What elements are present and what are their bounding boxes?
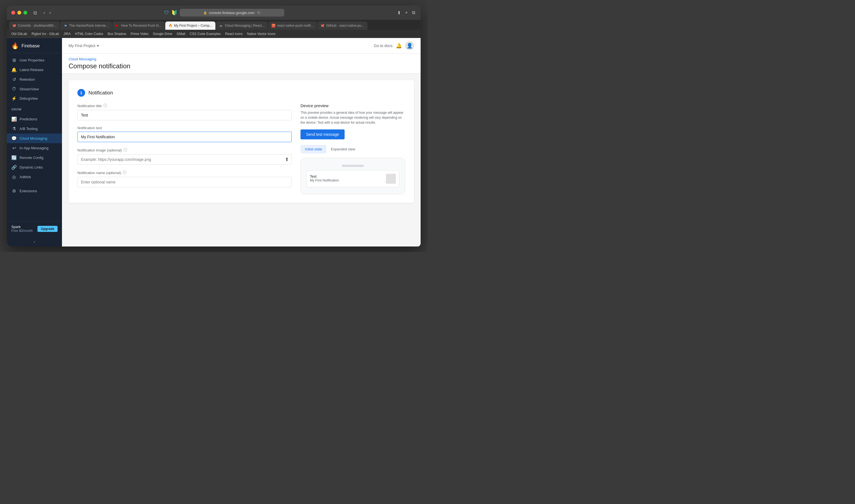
new-tab-button[interactable]: + (404, 9, 409, 17)
go-to-docs-link[interactable]: Go to docs (374, 43, 393, 48)
tab-cloud-messaging[interactable]: ☁ Cloud Messaging | React... (216, 21, 268, 30)
sidebar-label-latest-release: Latest Release (20, 68, 43, 72)
project-name: My First Project (69, 43, 95, 48)
remote-config-icon: 🔄 (11, 155, 17, 160)
share-button[interactable]: ⬆ (396, 9, 402, 17)
notification-image-group: Notification image (optional) ⓘ ⬆ (77, 148, 292, 165)
tab-favicon-cloud: ☁ (219, 24, 223, 28)
tab-commits[interactable]: 🐙 Commits · shubhamd99/... (9, 21, 60, 30)
sidebar-item-admob[interactable]: ◎ AdMob (7, 172, 62, 182)
bookmark-google-drive[interactable]: Google Drive (153, 32, 172, 36)
sidebar-item-cloud-messaging[interactable]: 💬 Cloud Messaging (7, 133, 62, 143)
bookmark-react-icons[interactable]: React Icons (225, 32, 243, 36)
sidebar-item-debug-view[interactable]: ⚡ DebugView (7, 94, 62, 103)
sidebar-item-dynamic-links[interactable]: 🔗 Dynamic Links (7, 162, 62, 172)
sidebar-label-admob: AdMob (20, 175, 31, 179)
bookmarks-bar: Old GitLab Rigbot Inc - GitLab JIRA HTML… (7, 30, 421, 38)
preview-tab-expanded[interactable]: Expanded view (326, 145, 359, 154)
tab-label-firebase: My First Project – Comp... (174, 24, 212, 28)
address-bar[interactable]: 🔒 console.firebase.google.com ↻ (180, 9, 284, 17)
sidebar-toggle-button[interactable]: ⊟ (32, 9, 39, 17)
form-fields: Notification title ⓘ Notification text (77, 103, 292, 194)
address-bar-area: 🛡 🔰 🔒 console.firebase.google.com ↻ (56, 9, 393, 17)
back-button[interactable]: ‹ (42, 9, 47, 16)
close-button[interactable] (11, 11, 15, 15)
sidebar-item-latest-release[interactable]: 🔔 Latest Release (7, 65, 62, 75)
sidebar-item-ab-testing[interactable]: ⚗ A/B Testing (7, 124, 62, 133)
traffic-lights (11, 11, 27, 15)
tab-push[interactable]: ▶ How To Received Push N... (112, 21, 165, 30)
upload-icon[interactable]: ⬆ (285, 157, 289, 162)
stream-view-icon: ⏱ (11, 87, 17, 91)
form-layout: Notification title ⓘ Notification text (77, 103, 405, 194)
in-app-messaging-icon: ↩ (11, 145, 17, 151)
page-header: Cloud Messaging Compose notification (62, 54, 421, 73)
bookmark-html-color[interactable]: HTML Color Codes (75, 32, 103, 36)
top-bar-actions: Go to docs 🔔 👤 (374, 41, 414, 50)
send-test-message-button[interactable]: Send test message (301, 129, 344, 139)
tab-rn-push[interactable]: 📦 react-native-push-notifi... (268, 21, 317, 30)
plan-name: Spark (11, 225, 33, 229)
notification-name-help-icon[interactable]: ⓘ (123, 170, 126, 175)
notification-name-input[interactable] (77, 177, 292, 187)
tab-favicon-firebase: 🔥 (168, 24, 173, 28)
tabs-bar: 🐙 Commits · shubhamd99/... H The HackerR… (7, 20, 421, 30)
bookmark-prime-video[interactable]: Prime Video (130, 32, 148, 36)
notification-image-input[interactable] (77, 154, 292, 165)
bookmark-native-vector[interactable]: Native Vector Icons (247, 32, 275, 36)
browser-actions: ⬆ + ⧉ (396, 9, 416, 17)
tab-label-github: GitHub · react-native-pu... (326, 24, 364, 28)
sidebar-item-in-app-messaging[interactable]: ↩ In-App Messaging (7, 143, 62, 153)
bookmark-css-code[interactable]: CSS Code Examples (190, 32, 221, 36)
preview-tabs: Initial state Expanded view (301, 145, 405, 154)
sidebar-item-predictions[interactable]: 📊 Predictions (7, 114, 62, 124)
sidebar-label-user-properties: User Properties (20, 58, 44, 62)
tab-label-cloud: Cloud Messaging | React... (225, 24, 264, 28)
notification-text-input[interactable] (77, 132, 292, 142)
retention-icon: ↺ (11, 77, 17, 82)
notification-title-input[interactable] (77, 110, 292, 120)
bookmark-jira[interactable]: JIRA (64, 32, 71, 36)
minimize-button[interactable] (17, 11, 21, 15)
user-avatar[interactable]: 👤 (405, 41, 414, 50)
bookmark-box-shadow[interactable]: Box Shadow (108, 32, 126, 36)
dynamic-links-icon: 🔗 (11, 165, 17, 170)
bookmark-old-gitlab[interactable]: Old GitLab (11, 32, 27, 36)
project-selector[interactable]: My First Project ▾ (69, 43, 99, 48)
sidebar-item-retention[interactable]: ↺ Retention (7, 75, 62, 84)
maximize-button[interactable] (23, 11, 27, 15)
notification-image-label: Notification image (optional) ⓘ (77, 148, 292, 152)
sidebar-item-user-properties[interactable]: ⊞ User Properties (7, 55, 62, 65)
main-panel: My First Project ▾ Go to docs 🔔 👤 Cloud … (62, 38, 421, 247)
notification-image-help-icon[interactable]: ⓘ (123, 148, 127, 152)
extension-icon-2: 🔰 (171, 10, 177, 16)
preview-tab-initial[interactable]: Initial state (301, 145, 326, 154)
breadcrumb[interactable]: Cloud Messaging (69, 57, 414, 61)
tab-favicon-commits: 🐙 (12, 24, 16, 28)
forward-button[interactable]: › (48, 9, 52, 16)
sidebar-item-extensions[interactable]: ⚙ Extensions (7, 186, 62, 196)
notification-name-label: Notification name (optional) ⓘ (77, 170, 292, 175)
step-title: Notification (88, 90, 113, 96)
notifications-bell-icon[interactable]: 🔔 (396, 43, 402, 49)
tab-favicon-hackerrank: H (64, 24, 68, 28)
device-mockup-inner: Test My First Notification (306, 170, 399, 187)
tab-github[interactable]: 🐙 GitHub · react-native-pu... (317, 21, 367, 30)
sidebar-label-cloud-messaging: Cloud Messaging (20, 136, 47, 141)
upgrade-button[interactable]: Upgrade (37, 226, 57, 232)
tab-label-hackerrank: The HackerRank Intervie... (69, 24, 108, 28)
tab-hackerrank[interactable]: H The HackerRank Intervie... (60, 21, 112, 30)
extension-icon-1: 🛡 (164, 10, 169, 16)
notification-image-placeholder (386, 174, 396, 184)
notification-preview: Test My First Notification (310, 174, 396, 184)
sidebar-collapse-button[interactable]: ‹ (7, 237, 62, 247)
notification-title-help-icon[interactable]: ⓘ (103, 103, 107, 108)
bookmark-gmail[interactable]: GMail (177, 32, 185, 36)
tab-overview-button[interactable]: ⧉ (411, 9, 416, 17)
sidebar-item-stream-view[interactable]: ⏱ StreamView (7, 84, 62, 94)
refresh-icon[interactable]: ↻ (257, 11, 261, 15)
bookmark-rigbot[interactable]: Rigbot Inc - GitLab (31, 32, 59, 36)
sidebar-item-remote-config[interactable]: 🔄 Remote Config (7, 153, 62, 162)
tab-firebase[interactable]: 🔥 My First Project – Comp... (165, 21, 216, 30)
nav-arrows: ‹ › (42, 9, 53, 16)
